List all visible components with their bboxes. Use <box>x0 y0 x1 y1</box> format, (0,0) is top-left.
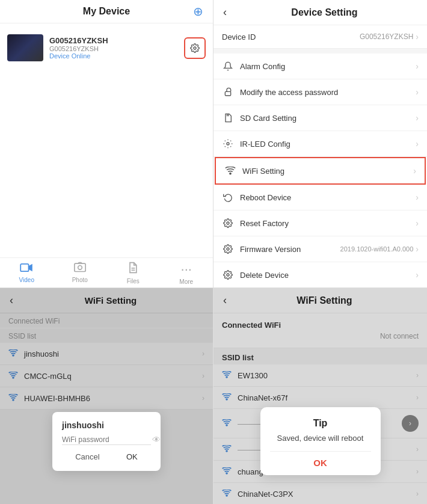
firmware-chevron: › <box>416 244 419 254</box>
show-password-icon[interactable]: 👁 <box>152 435 161 444</box>
wifi-password-input[interactable] <box>62 435 152 444</box>
reset-factory-label: Reset Factory <box>240 219 416 228</box>
my-device-title: My Device <box>83 6 130 17</box>
svg-point-13 <box>227 248 229 250</box>
lock-icon <box>222 86 234 98</box>
nav-more-label: More <box>179 278 193 285</box>
wifi-setting-chevron: › <box>413 166 416 176</box>
alarm-config-label: Alarm Config <box>240 62 416 71</box>
menu-item-sd-card[interactable]: SD Card Setting › <box>214 105 427 131</box>
svg-rect-3 <box>75 263 85 271</box>
panel-wifi-right: ‹ WiFi Setting Connected WiFi Not connec… <box>214 288 427 504</box>
delete-device-icon <box>222 269 234 281</box>
delete-device-label: Delete Device <box>240 271 416 280</box>
tip-dialog-message: Saved, device will reboot <box>270 434 371 443</box>
alarm-icon <box>222 60 234 72</box>
device-id-sub: G005216YZKSH <box>49 45 184 52</box>
alarm-config-chevron: › <box>416 61 419 71</box>
nav-files[interactable]: Files <box>106 262 160 285</box>
device-status: Device Online <box>49 52 184 60</box>
device-settings-button[interactable] <box>184 37 206 59</box>
sd-card-icon <box>222 112 234 124</box>
ir-led-label: IR-LED Config <box>240 140 416 149</box>
dialog-cancel-button[interactable]: Cancel <box>70 451 104 463</box>
tip-ok-button[interactable]: OK <box>270 451 371 468</box>
password-dialog-overlay: jinshuoshi 👁 Cancel OK <box>0 288 213 504</box>
svg-rect-7 <box>225 91 230 96</box>
settings-menu: Alarm Config › Modify the access passwor… <box>214 54 427 287</box>
wifi-setting-icon <box>224 165 236 177</box>
device-info: G005216YZKSH G005216YZKSH Device Online <box>43 36 184 60</box>
device-list: G005216YZKSH G005216YZKSH Device Online <box>0 23 213 257</box>
nav-photo-label: Photo <box>72 277 88 283</box>
sd-card-chevron: › <box>416 113 419 123</box>
nav-photo[interactable]: Photo <box>54 262 107 285</box>
nav-video-label: Video <box>19 277 34 283</box>
panel-wifi-left: ‹ WiFi Setting Connected WiFi SSID list … <box>0 288 214 504</box>
device-id-row: Device ID G005216YZKSH › <box>214 25 427 49</box>
svg-point-4 <box>78 266 82 270</box>
reset-factory-icon <box>222 217 234 229</box>
dialog-action-buttons: Cancel OK <box>62 451 151 463</box>
menu-item-firmware[interactable]: Firmware Version 2019.1020-wifi01.A0.000… <box>214 236 427 262</box>
firmware-value: 2019.1020-wifi01.A0.000 <box>340 245 414 253</box>
tip-dialog: Tip Saved, device will reboot OK <box>260 407 381 475</box>
reset-factory-chevron: › <box>416 218 419 228</box>
reboot-label: Reboot Device <box>240 193 416 202</box>
password-dialog: jinshuoshi 👁 Cancel OK <box>52 412 161 471</box>
nav-files-label: Files <box>127 278 140 284</box>
nav-more[interactable]: ··· More <box>160 262 214 285</box>
menu-item-ir-led[interactable]: IR-LED Config › <box>214 131 427 157</box>
ir-led-icon <box>222 138 234 150</box>
panel-device-setting: ‹ Device Setting Device ID G005216YZKSH … <box>214 0 427 288</box>
menu-item-reboot[interactable]: Reboot Device › <box>214 185 427 211</box>
bottom-nav: Video Photo Files <box>0 257 213 287</box>
modify-password-chevron: › <box>416 87 419 97</box>
panel-my-device: My Device ⊕ G005216YZKSH G005216YZKSH De… <box>0 0 214 288</box>
svg-point-10 <box>227 143 229 145</box>
menu-item-reset-factory[interactable]: Reset Factory › <box>214 211 427 236</box>
svg-point-12 <box>227 222 229 224</box>
svg-point-0 <box>194 47 196 49</box>
svg-marker-2 <box>29 264 32 271</box>
my-device-header: My Device ⊕ <box>0 0 213 23</box>
password-input-row: 👁 <box>62 435 151 445</box>
device-id-main: G005216YZKSH <box>49 36 184 45</box>
tip-dialog-overlay: Tip Saved, device will reboot OK <box>214 288 427 504</box>
sd-card-label: SD Card Setting <box>240 114 416 123</box>
ir-led-chevron: › <box>416 139 419 149</box>
delete-device-chevron: › <box>416 270 419 280</box>
svg-rect-1 <box>20 264 28 271</box>
reboot-icon <box>222 191 234 203</box>
device-id-field-label: Device ID <box>222 32 360 41</box>
device-id-chevron: › <box>416 32 419 41</box>
video-icon <box>20 262 33 275</box>
menu-item-alarm-config[interactable]: Alarm Config › <box>214 54 427 79</box>
firmware-icon <box>222 243 234 255</box>
svg-point-11 <box>230 173 231 174</box>
dialog-ok-button[interactable]: OK <box>121 451 143 463</box>
nav-video[interactable]: Video <box>0 262 54 285</box>
wifi-setting-label: WiFi Setting <box>242 167 413 176</box>
device-setting-header: ‹ Device Setting <box>214 0 427 25</box>
back-button[interactable]: ‹ <box>223 6 227 19</box>
device-thumbnail <box>7 34 43 61</box>
modify-password-label: Modify the access password <box>240 88 416 97</box>
reboot-chevron: › <box>416 192 419 202</box>
device-item[interactable]: G005216YZKSH G005216YZKSH Device Online <box>7 29 206 66</box>
menu-item-modify-password[interactable]: Modify the access password › <box>214 79 427 105</box>
tip-dialog-title: Tip <box>270 418 371 429</box>
device-id-field-value: G005216YZKSH <box>360 32 413 41</box>
more-icon: ··· <box>181 262 192 277</box>
menu-item-delete-device[interactable]: Delete Device › <box>214 262 427 287</box>
dialog-ssid-name: jinshuoshi <box>62 420 151 430</box>
files-icon <box>127 262 138 277</box>
device-setting-title: Device Setting <box>232 7 417 18</box>
firmware-label: Firmware Version <box>240 245 340 254</box>
photo-icon <box>74 262 86 275</box>
menu-item-wifi-setting[interactable]: WiFi Setting › <box>215 157 426 185</box>
svg-point-14 <box>227 274 229 276</box>
add-device-icon[interactable]: ⊕ <box>193 4 203 19</box>
